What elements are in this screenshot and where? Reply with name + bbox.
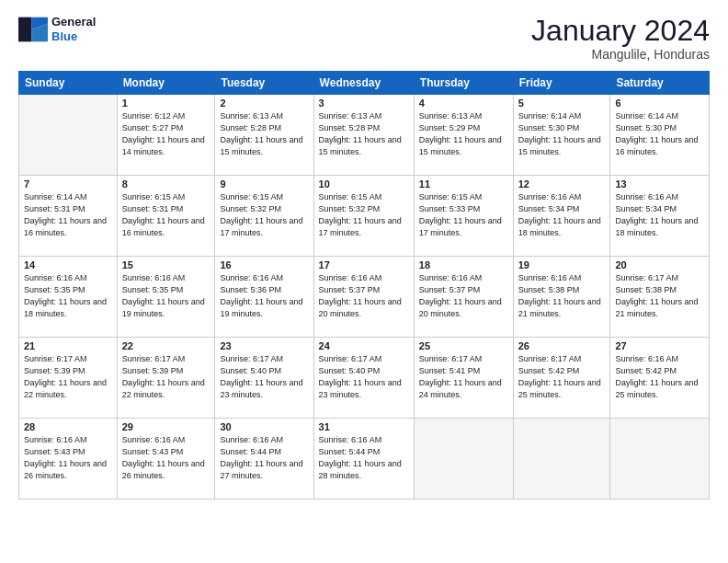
day-number: 29 (122, 421, 210, 432)
calendar-cell: 23Sunrise: 6:17 AM Sunset: 5:40 PM Dayli… (215, 338, 313, 419)
day-number: 27 (615, 340, 704, 351)
calendar-cell: 25Sunrise: 6:17 AM Sunset: 5:41 PM Dayli… (414, 338, 513, 419)
column-header-tuesday: Tuesday (215, 72, 313, 95)
logo-icon (18, 17, 48, 42)
day-number: 22 (122, 340, 210, 351)
cell-info: Sunrise: 6:17 AM Sunset: 5:40 PM Dayligh… (220, 353, 308, 401)
cell-info: Sunrise: 6:15 AM Sunset: 5:33 PM Dayligh… (419, 191, 508, 239)
cell-info: Sunrise: 6:13 AM Sunset: 5:28 PM Dayligh… (319, 110, 409, 158)
day-number: 16 (220, 259, 308, 270)
cell-info: Sunrise: 6:16 AM Sunset: 5:35 PM Dayligh… (24, 272, 112, 320)
logo-text: General Blue (51, 15, 96, 43)
calendar-cell: 18Sunrise: 6:16 AM Sunset: 5:37 PM Dayli… (414, 257, 513, 338)
week-row-1: 7Sunrise: 6:14 AM Sunset: 5:31 PM Daylig… (19, 176, 710, 257)
cell-info: Sunrise: 6:15 AM Sunset: 5:32 PM Dayligh… (319, 191, 409, 239)
day-number: 12 (518, 178, 606, 190)
svg-rect-0 (18, 17, 31, 41)
day-number: 8 (122, 178, 210, 190)
calendar-cell (19, 95, 118, 176)
calendar-cell: 7Sunrise: 6:14 AM Sunset: 5:31 PM Daylig… (19, 176, 118, 257)
calendar-cell: 15Sunrise: 6:16 AM Sunset: 5:35 PM Dayli… (117, 257, 215, 338)
cell-info: Sunrise: 6:17 AM Sunset: 5:41 PM Dayligh… (419, 353, 508, 401)
cell-info: Sunrise: 6:17 AM Sunset: 5:39 PM Dayligh… (24, 353, 112, 401)
calendar-cell: 20Sunrise: 6:17 AM Sunset: 5:38 PM Dayli… (610, 257, 710, 338)
day-number: 25 (419, 340, 508, 351)
cell-info: Sunrise: 6:16 AM Sunset: 5:43 PM Dayligh… (24, 434, 112, 482)
day-number: 20 (615, 259, 704, 270)
calendar-cell: 11Sunrise: 6:15 AM Sunset: 5:33 PM Dayli… (414, 176, 513, 257)
day-number: 24 (319, 340, 409, 351)
column-header-thursday: Thursday (414, 72, 513, 95)
day-number: 4 (419, 98, 508, 109)
calendar-cell: 30Sunrise: 6:16 AM Sunset: 5:44 PM Dayli… (215, 419, 313, 500)
day-number: 3 (319, 98, 409, 109)
logo-line1: General (51, 15, 96, 29)
page: General Blue January 2024 Mangulile, Hon… (0, 0, 728, 563)
cell-info: Sunrise: 6:16 AM Sunset: 5:34 PM Dayligh… (615, 191, 704, 239)
cell-info: Sunrise: 6:17 AM Sunset: 5:38 PM Dayligh… (615, 272, 704, 320)
cell-info: Sunrise: 6:16 AM Sunset: 5:42 PM Dayligh… (615, 353, 704, 401)
month-title: January 2024 (531, 15, 710, 47)
day-number: 1 (122, 98, 210, 109)
calendar-cell: 17Sunrise: 6:16 AM Sunset: 5:37 PM Dayli… (313, 257, 414, 338)
day-number: 17 (319, 259, 409, 270)
column-header-monday: Monday (117, 72, 215, 95)
calendar-cell: 6Sunrise: 6:14 AM Sunset: 5:30 PM Daylig… (610, 95, 710, 176)
cell-info: Sunrise: 6:13 AM Sunset: 5:28 PM Dayligh… (220, 110, 308, 158)
calendar-cell: 12Sunrise: 6:16 AM Sunset: 5:34 PM Dayli… (513, 176, 610, 257)
column-header-friday: Friday (513, 72, 610, 95)
calendar-cell (610, 419, 710, 500)
day-number: 28 (24, 421, 112, 432)
day-number: 18 (419, 259, 508, 270)
cell-info: Sunrise: 6:15 AM Sunset: 5:32 PM Dayligh… (220, 191, 308, 239)
calendar-cell: 28Sunrise: 6:16 AM Sunset: 5:43 PM Dayli… (19, 419, 118, 500)
week-row-2: 14Sunrise: 6:16 AM Sunset: 5:35 PM Dayli… (19, 257, 710, 338)
cell-info: Sunrise: 6:16 AM Sunset: 5:34 PM Dayligh… (518, 191, 606, 239)
calendar-cell: 3Sunrise: 6:13 AM Sunset: 5:28 PM Daylig… (313, 95, 414, 176)
cell-info: Sunrise: 6:16 AM Sunset: 5:43 PM Dayligh… (122, 434, 210, 482)
week-row-0: 1Sunrise: 6:12 AM Sunset: 5:27 PM Daylig… (19, 95, 710, 176)
calendar-cell: 21Sunrise: 6:17 AM Sunset: 5:39 PM Dayli… (19, 338, 118, 419)
logo: General Blue (18, 15, 96, 43)
calendar-cell: 27Sunrise: 6:16 AM Sunset: 5:42 PM Dayli… (610, 338, 710, 419)
cell-info: Sunrise: 6:16 AM Sunset: 5:44 PM Dayligh… (220, 434, 308, 482)
cell-info: Sunrise: 6:15 AM Sunset: 5:31 PM Dayligh… (122, 191, 210, 239)
day-number: 13 (615, 178, 704, 190)
calendar-cell: 13Sunrise: 6:16 AM Sunset: 5:34 PM Dayli… (610, 176, 710, 257)
day-number: 31 (319, 421, 409, 432)
calendar-cell: 24Sunrise: 6:17 AM Sunset: 5:40 PM Dayli… (313, 338, 414, 419)
calendar-table: SundayMondayTuesdayWednesdayThursdayFrid… (18, 71, 710, 500)
calendar-cell: 4Sunrise: 6:13 AM Sunset: 5:29 PM Daylig… (414, 95, 513, 176)
column-header-saturday: Saturday (610, 72, 710, 95)
cell-info: Sunrise: 6:16 AM Sunset: 5:38 PM Dayligh… (518, 272, 606, 320)
day-number: 21 (24, 340, 112, 351)
cell-info: Sunrise: 6:17 AM Sunset: 5:39 PM Dayligh… (122, 353, 210, 401)
calendar-cell: 9Sunrise: 6:15 AM Sunset: 5:32 PM Daylig… (215, 176, 313, 257)
week-row-4: 28Sunrise: 6:16 AM Sunset: 5:43 PM Dayli… (19, 419, 710, 500)
day-number: 9 (220, 178, 308, 190)
cell-info: Sunrise: 6:16 AM Sunset: 5:37 PM Dayligh… (419, 272, 508, 320)
day-number: 2 (220, 98, 308, 109)
day-number: 30 (220, 421, 308, 432)
calendar-cell: 22Sunrise: 6:17 AM Sunset: 5:39 PM Dayli… (117, 338, 215, 419)
day-number: 23 (220, 340, 308, 351)
cell-info: Sunrise: 6:17 AM Sunset: 5:42 PM Dayligh… (518, 353, 606, 401)
cell-info: Sunrise: 6:14 AM Sunset: 5:31 PM Dayligh… (24, 191, 112, 239)
column-header-wednesday: Wednesday (313, 72, 414, 95)
cell-info: Sunrise: 6:16 AM Sunset: 5:35 PM Dayligh… (122, 272, 210, 320)
calendar-cell: 5Sunrise: 6:14 AM Sunset: 5:30 PM Daylig… (513, 95, 610, 176)
day-number: 11 (419, 178, 508, 190)
calendar-cell (414, 419, 513, 500)
day-number: 6 (615, 98, 704, 109)
calendar-cell: 2Sunrise: 6:13 AM Sunset: 5:28 PM Daylig… (215, 95, 313, 176)
calendar-cell: 14Sunrise: 6:16 AM Sunset: 5:35 PM Dayli… (19, 257, 118, 338)
calendar-cell: 1Sunrise: 6:12 AM Sunset: 5:27 PM Daylig… (117, 95, 215, 176)
day-number: 14 (24, 259, 112, 270)
cell-info: Sunrise: 6:13 AM Sunset: 5:29 PM Dayligh… (419, 110, 508, 158)
calendar-cell: 29Sunrise: 6:16 AM Sunset: 5:43 PM Dayli… (117, 419, 215, 500)
cell-info: Sunrise: 6:14 AM Sunset: 5:30 PM Dayligh… (615, 110, 704, 158)
calendar-cell: 19Sunrise: 6:16 AM Sunset: 5:38 PM Dayli… (513, 257, 610, 338)
header: General Blue January 2024 Mangulile, Hon… (18, 15, 710, 62)
calendar-cell: 8Sunrise: 6:15 AM Sunset: 5:31 PM Daylig… (117, 176, 215, 257)
cell-info: Sunrise: 6:16 AM Sunset: 5:36 PM Dayligh… (220, 272, 308, 320)
